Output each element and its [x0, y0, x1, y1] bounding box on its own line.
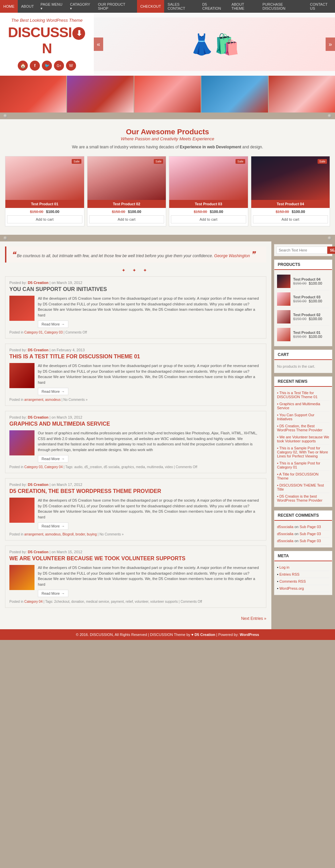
nav-page-menu[interactable]: PAGE MENU ▾	[37, 0, 67, 13]
meta-widget: META Log in Entries RSS Comments RSS Wor…	[274, 551, 332, 595]
post-item-3: Posted by: D5 Creation | on March 19, 20…	[5, 411, 266, 473]
sidebar-product-4[interactable]: Test Product 01 $150.00 $100.00	[277, 326, 329, 343]
nav-home[interactable]: HOME	[0, 0, 18, 13]
logo-text-right: N	[42, 40, 52, 56]
product-card-1: Sale Test Product 01 $150.00 $100.00 Add…	[5, 156, 84, 226]
meta-login-link[interactable]: Log in	[279, 565, 290, 569]
slider-prev[interactable]: «	[94, 37, 103, 51]
recent-comments-title: RECENT COMMENTS	[274, 511, 332, 521]
slider-next[interactable]: »	[326, 37, 335, 51]
search-input[interactable]	[276, 246, 327, 254]
next-entries-link[interactable]: Next Entries »	[241, 616, 266, 621]
nav-checkout[interactable]: CHECKOUT	[137, 0, 164, 13]
product-4-old-price: $150.00	[276, 210, 289, 214]
cart-widget-body: No products in the cart.	[274, 360, 332, 373]
footer-powered-by-link[interactable]: WordPress	[240, 632, 259, 637]
nav-d5creation[interactable]: D5 CREATION	[199, 0, 228, 13]
screw-divider-1	[0, 113, 335, 119]
nav-about[interactable]: ABOUT	[18, 0, 37, 13]
recent-news-list: This is a Test Title for DISCUSSION Them…	[277, 390, 329, 504]
screw-divider-2	[0, 235, 335, 242]
photo-item-1: .	[0, 76, 67, 113]
post-5-read-more[interactable]: Read More →	[38, 590, 68, 597]
sidebar-product-3[interactable]: Test Product 02 $150.00 $100.00	[277, 308, 329, 326]
post-4-author: D5 Creation	[28, 483, 49, 487]
meta-wordpress-org-link[interactable]: WordPress.org	[279, 586, 304, 590]
social-facebook[interactable]: f	[30, 61, 40, 71]
header-tagline: The Best Looking WordPress Theme	[7, 18, 87, 23]
recent-news-item-10[interactable]: D5 Creation is the best WordPress Theme …	[277, 493, 329, 504]
social-twitter[interactable]: 🐦	[42, 61, 52, 71]
social-googleplus[interactable]: G+	[54, 61, 64, 71]
post-3-read-more[interactable]: Read More →	[38, 455, 68, 462]
post-4-title[interactable]: D5 CREATION, THE BEST WORDPRESS THEME PR…	[9, 488, 262, 494]
recent-news-item-6[interactable]: This is a Sample Post for Category 02, W…	[277, 445, 329, 460]
nav-contact[interactable]: CONTACT US	[307, 0, 335, 13]
meta-entries-rss-link[interactable]: Entries RSS	[279, 572, 300, 576]
post-4-text: All the developers of D5 Creation have c…	[38, 498, 262, 520]
recent-news-item-8[interactable]: A Title for DISCUSSION Theme	[277, 471, 329, 482]
recent-news-item-5[interactable]: We are Volunteer because We took Volunte…	[277, 434, 329, 445]
post-3-date: March 19, 2012	[57, 415, 82, 419]
sidebar-product-2-info: Test Product 03 $150.00 $100.00	[293, 295, 322, 303]
comment-2-author[interactable]: d5socialia	[277, 532, 294, 536]
search-button[interactable]: SEARCH	[327, 246, 335, 254]
recent-news-item-9[interactable]: DISCUSSION THEME Test Title	[277, 482, 329, 493]
top-nav[interactable]: HOME ABOUT PAGE MENU ▾ CATAGORY ▾ OUR PR…	[0, 0, 335, 13]
product-2-old-price: $150.00	[112, 210, 125, 214]
post-5-title[interactable]: WE ARE VOLUNTEER BECAUSE WE TOOK VOLUNTE…	[9, 556, 262, 562]
post-4-read-more[interactable]: Read More →	[38, 522, 68, 530]
header-slider: « 👗🛍️ »	[94, 13, 335, 76]
nav-about-theme[interactable]: ABOUT THEME	[228, 0, 259, 13]
post-1-meta: Posted by: D5 Creation | on March 19, 20…	[9, 281, 262, 285]
recent-news-item-3[interactable]: You Can Support Our Initiatives	[277, 411, 329, 423]
product-2-add-button[interactable]: Add to cart	[89, 215, 164, 223]
post-5-categories[interactable]: Category 04	[24, 600, 42, 603]
main-content-area: ❝ Be courteous to all, but intimate with…	[0, 242, 335, 629]
product-1-add-button[interactable]: Add to cart	[7, 215, 83, 223]
products-widget-body: Test Product 04 $150.00 $100.00 Test Pro…	[274, 270, 332, 346]
products-widget: PRODUCTS Test Product 04 $150.00 $100.00	[274, 259, 332, 346]
comment-1-post[interactable]: Sub Page 03	[300, 525, 321, 529]
social-wordpress[interactable]: W	[66, 61, 76, 71]
sidebar-product-2-name: Test Product 03	[293, 295, 322, 299]
post-5-content: All the developers of D5 Creation have c…	[38, 565, 262, 597]
comment-3-author[interactable]: d5socialia	[277, 539, 294, 543]
product-4-new-price: $100.00	[292, 210, 305, 214]
sidebar-product-1[interactable]: Test Product 04 $150.00 $100.00	[277, 273, 329, 290]
footer-brand-link[interactable]: D5 Creation	[195, 632, 215, 637]
social-bar[interactable]: 🏠 f 🐦 G+ W	[7, 61, 87, 71]
sidebar-product-2[interactable]: Test Product 03 $150.00 $100.00	[277, 290, 329, 308]
comment-1-author[interactable]: d5socialia	[277, 525, 294, 529]
post-3-title[interactable]: GRAPHICS AND MULTIMEDIA SERVICE	[9, 421, 262, 427]
recent-news-item-7[interactable]: This is a Sample Post for Category 01	[277, 460, 329, 471]
post-item-5: Posted by: D5 Creation | on March 15, 20…	[5, 546, 266, 608]
product-4-add-button[interactable]: Add to cart	[253, 215, 328, 223]
recent-news-item-1[interactable]: This is a Test Title for DISCUSSION Them…	[277, 390, 329, 401]
comment-3-post[interactable]: Sub Page 03	[300, 539, 321, 543]
post-2-title[interactable]: THIS IS A TEST TITLE FOR DISCUSSION THEM…	[9, 353, 262, 360]
nav-product-shop[interactable]: OUR PRODUCT SHOP	[94, 0, 137, 13]
post-1-read-more[interactable]: Read More →	[38, 320, 68, 328]
search-form[interactable]: SEARCH	[276, 246, 330, 254]
post-2-category[interactable]: arrangement, asmodeus	[24, 398, 60, 402]
social-home[interactable]: 🏠	[18, 61, 28, 71]
nav-purchase[interactable]: PURCHASE DISCUSSION	[259, 0, 307, 13]
nav-catagory[interactable]: CATAGORY ▾	[67, 0, 94, 13]
screw-tl	[3, 114, 7, 118]
product-1-new-price: $100.00	[46, 210, 59, 214]
post-4-content: All the developers of D5 Creation have c…	[38, 498, 262, 530]
product-3-add-button[interactable]: Add to cart	[171, 215, 246, 223]
nav-sales-contact[interactable]: SALES CONTACT	[164, 0, 199, 13]
post-1-category[interactable]: Category 01, Category 03	[24, 331, 63, 334]
recent-news-item-4[interactable]: D5 Creation, the Best WordPress Theme Pr…	[277, 423, 329, 434]
meta-comments-rss-link[interactable]: Comments RSS	[279, 579, 306, 583]
post-2-read-more[interactable]: Read More →	[38, 388, 68, 395]
post-5-body-wrap: All the developers of D5 Creation have c…	[9, 565, 262, 597]
comment-item-3: d5socialia on Sub Page 03	[277, 537, 329, 545]
post-4-categories[interactable]: arrangement, asmodeus, Blogroll, broder,…	[24, 532, 96, 536]
post-3-categories[interactable]: Category 03, Category 04	[24, 465, 63, 469]
comment-2-post[interactable]: Sub Page 03	[300, 532, 321, 536]
recent-news-item-2[interactable]: Graphics and Multimedia Service	[277, 401, 329, 411]
header: The Best Looking WordPress Theme DISCUSS…	[0, 13, 335, 76]
